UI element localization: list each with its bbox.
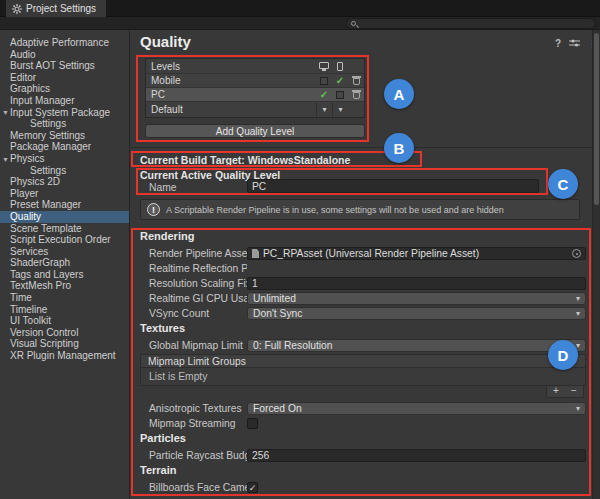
mipmap-streaming-checkbox[interactable] xyxy=(247,418,258,429)
sidebar-item-textmesh-pro[interactable]: TextMesh Pro xyxy=(0,280,129,292)
section-header-rendering: Rendering xyxy=(140,230,586,243)
sidebar-item-physics[interactable]: ▼Physics xyxy=(0,153,129,165)
sidebar-item-scene-template[interactable]: Scene Template xyxy=(0,223,129,235)
sidebar-item-audio[interactable]: Audio xyxy=(0,49,129,61)
sidebar-item-label: Preset Manager xyxy=(10,199,81,210)
sidebar-item-version-control[interactable]: Version Control xyxy=(0,327,129,339)
sidebar-item-label: Package Manager xyxy=(10,141,91,152)
sidebar-item-shadergraph[interactable]: ShaderGraph xyxy=(0,257,129,269)
sidebar-item-ui-toolkit[interactable]: UI Toolkit xyxy=(0,315,129,327)
sidebar-item-settings[interactable]: Settings xyxy=(0,118,129,130)
sidebar-item-label: Burst AOT Settings xyxy=(10,60,95,71)
check-icon[interactable]: ✓ xyxy=(336,76,344,86)
sidebar-item-time[interactable]: Time xyxy=(0,292,129,304)
chevron-down-icon[interactable]: ▾ xyxy=(322,106,326,114)
sidebar-item-burst-aot-settings[interactable]: Burst AOT Settings xyxy=(0,60,129,72)
quality-levels-table: LevelsMobile✓PC✓Default▾▾ xyxy=(145,58,365,118)
info-text: A Scriptable Render Pipeline is in use, … xyxy=(166,205,504,215)
srp-info-box: ! A Scriptable Render Pipeline is in use… xyxy=(140,199,580,220)
search-box[interactable] xyxy=(346,18,596,29)
chevron-down-icon[interactable]: ▾ xyxy=(338,106,342,114)
realtime-gi-cpu-usage-dropdown[interactable]: Unlimited▾ xyxy=(247,292,586,305)
sidebar-item-label: Time xyxy=(10,292,32,303)
add-item-button[interactable]: + xyxy=(547,386,565,397)
settings-row: Anisotropic TexturesForced On▾ xyxy=(140,402,586,415)
sidebar-item-editor[interactable]: Editor xyxy=(0,72,129,84)
add-quality-level-button[interactable]: Add Quality Level xyxy=(145,124,365,138)
check-icon[interactable]: ✓ xyxy=(320,90,328,100)
presets-icon[interactable] xyxy=(569,38,580,50)
level-checkbox[interactable] xyxy=(320,77,328,85)
sidebar-item-settings[interactable]: Settings xyxy=(0,165,129,177)
settings-row: Resolution Scaling Fixed DPI Factor xyxy=(140,277,586,290)
dropdown-value: Unlimited xyxy=(253,293,296,304)
sidebar-item-label: UI Toolkit xyxy=(10,315,51,326)
level-checkbox[interactable] xyxy=(336,91,344,99)
foldout-arrow-icon[interactable]: ▼ xyxy=(2,154,10,166)
scrollbar-thumb[interactable] xyxy=(594,33,599,205)
sidebar-item-memory-settings[interactable]: Memory Settings xyxy=(0,130,129,142)
quality-level-row-mobile[interactable]: Mobile✓ xyxy=(146,73,364,87)
sidebar-item-xr-plugin-management[interactable]: XR Plugin Management xyxy=(0,350,129,362)
row-label: Realtime GI CPU Usage xyxy=(140,293,247,304)
quality-name-field[interactable] xyxy=(247,179,539,193)
settings-row: VSync CountDon't Sync▾ xyxy=(140,307,586,320)
resolution-scaling-fixed-dpi-factor-field[interactable] xyxy=(247,277,586,290)
search-input[interactable] xyxy=(359,19,591,28)
mobile-platform-icon xyxy=(337,62,343,71)
sidebar-item-label: Physics xyxy=(10,153,44,164)
sidebar-item-timeline[interactable]: Timeline xyxy=(0,304,129,316)
anisotropic-textures-dropdown[interactable]: Forced On▾ xyxy=(247,402,586,415)
level-name: Mobile xyxy=(151,75,316,86)
sidebar-item-input-manager[interactable]: Input Manager xyxy=(0,95,129,107)
presets-sliders-icon xyxy=(569,38,580,48)
sidebar-item-label: Audio xyxy=(10,49,36,60)
sidebar-item-graphics[interactable]: Graphics xyxy=(0,83,129,95)
sidebar-item-tags-and-layers[interactable]: Tags and Layers xyxy=(0,269,129,281)
sidebar-item-services[interactable]: Services xyxy=(0,246,129,258)
levels-header-row: Levels xyxy=(146,59,364,73)
help-icon[interactable]: ? xyxy=(555,39,561,49)
tab-project-settings[interactable]: Project Settings xyxy=(6,0,106,17)
sidebar-item-label: Timeline xyxy=(10,304,47,315)
info-icon: ! xyxy=(147,203,160,216)
vertical-scrollbar[interactable] xyxy=(592,30,600,499)
settings-row: Realtime GI CPU UsageUnlimited▾ xyxy=(140,292,586,305)
particle-raycast-budget-field[interactable] xyxy=(247,449,586,462)
billboards-face-camera-position-checkbox[interactable]: ✓ xyxy=(247,482,258,493)
sidebar-item-script-execution-order[interactable]: Script Execution Order xyxy=(0,234,129,246)
object-picker-icon[interactable] xyxy=(572,249,581,258)
chevron-down-icon: ▾ xyxy=(576,342,580,350)
row-label: Billboards Face Camera Position xyxy=(140,482,247,493)
section-header-particles: Particles xyxy=(140,432,586,445)
levels-header-label: Levels xyxy=(151,61,316,72)
foldout-arrow-icon[interactable]: ▼ xyxy=(2,107,10,119)
sidebar-item-quality[interactable]: Quality xyxy=(0,211,129,223)
render-pipeline-asset-object-field[interactable]: PC_RPAsset (Universal Render Pipeline As… xyxy=(247,247,586,260)
settings-sidebar: Adaptive PerformanceAudioBurst AOT Setti… xyxy=(0,30,130,499)
asset-icon xyxy=(252,249,259,258)
sidebar-item-player[interactable]: Player xyxy=(0,188,129,200)
trash-icon[interactable] xyxy=(353,92,360,99)
sidebar-item-label: Physics 2D xyxy=(10,176,60,187)
sidebar-item-physics-2d[interactable]: Physics 2D xyxy=(0,176,129,188)
vsync-count-dropdown[interactable]: Don't Sync▾ xyxy=(247,307,586,320)
sidebar-item-preset-manager[interactable]: Preset Manager xyxy=(0,199,129,211)
chevron-down-icon: ▾ xyxy=(576,295,580,303)
desktop-platform-icon xyxy=(319,62,329,69)
quality-level-row-pc[interactable]: PC✓ xyxy=(146,87,364,101)
sidebar-item-label: Quality xyxy=(10,211,41,222)
sidebar-item-input-system-package[interactable]: ▼Input System Package xyxy=(0,107,129,119)
sidebar-item-label: Input Manager xyxy=(10,95,75,106)
global-mipmap-limit-dropdown[interactable]: 0: Full Resolution▾ xyxy=(247,339,586,352)
sidebar-item-package-manager[interactable]: Package Manager xyxy=(0,141,129,153)
sidebar-item-adaptive-performance[interactable]: Adaptive Performance xyxy=(0,37,129,49)
sidebar-item-label: Adaptive Performance xyxy=(10,37,109,48)
mipmap-limit-groups-header[interactable]: Mipmap Limit Groups xyxy=(140,354,586,368)
remove-item-button[interactable]: − xyxy=(565,386,583,397)
trash-icon[interactable] xyxy=(353,78,360,85)
mipmap-limit-groups-list: List is Empty xyxy=(140,368,586,386)
settings-sections: RenderingRender Pipeline AssetPC_RPAsset… xyxy=(140,228,586,496)
sidebar-item-visual-scripting[interactable]: Visual Scripting xyxy=(0,338,129,350)
quality-panel: Quality ? ⋮ LevelsMobile✓PC✓Default▾▾ Ad… xyxy=(131,30,592,499)
